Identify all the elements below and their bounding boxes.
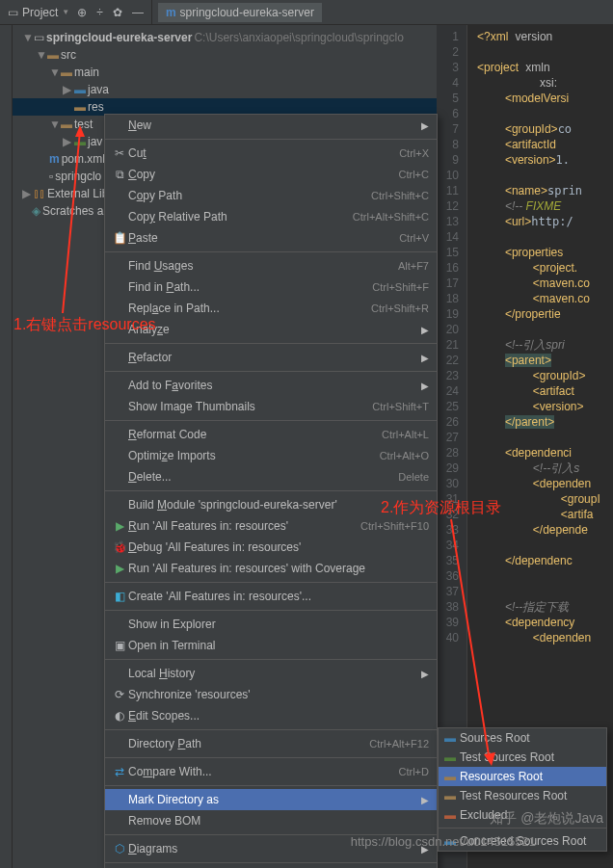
menu-separator	[105, 785, 437, 786]
menu-separator	[105, 343, 437, 344]
menu-separator	[105, 251, 437, 252]
menu-remove-bom[interactable]: Remove BOM	[105, 810, 437, 831]
menu-separator	[439, 828, 606, 829]
menu-synchronize[interactable]: ⟳Synchronize 'resources'	[105, 684, 437, 705]
submenu-generated-sources-root[interactable]: ▬Concreted Sources Root	[439, 831, 606, 851]
menu-separator	[105, 582, 437, 583]
menu-separator	[105, 834, 437, 835]
cut-icon: ✂	[111, 146, 128, 160]
file-icon: ▫	[49, 170, 53, 183]
menu-replace-in-path[interactable]: Replace in Path...Ctrl+Shift+R	[105, 298, 437, 319]
folder-icon: ▬	[444, 731, 456, 745]
tree-label: springcloud-eureka-server	[46, 31, 192, 44]
submenu-sources-root[interactable]: ▬Sources Root	[439, 728, 606, 748]
menu-copy-relative-path[interactable]: Copy Relative PathCtrl+Alt+Shift+C	[105, 206, 437, 227]
submenu-test-resources-root[interactable]: ▬Test Resources Root	[439, 786, 606, 805]
tree-root[interactable]: ▼▭ springcloud-eureka-server C:\Users\an…	[13, 29, 437, 46]
folder-icon: ▬	[444, 834, 456, 848]
menu-find-usages[interactable]: Find UsagesAlt+F7	[105, 255, 437, 276]
menu-copy-path[interactable]: Copy PathCtrl+Shift+C	[105, 185, 437, 206]
tree-main[interactable]: ▼▬ main	[13, 64, 437, 81]
menu-edit-scopes[interactable]: ◐Edit Scopes...	[105, 705, 437, 726]
folder-icon: ▬	[444, 808, 456, 822]
tree-label: External Libr	[47, 187, 112, 200]
menu-separator	[105, 757, 437, 758]
maven-icon: m	[49, 152, 60, 166]
menu-separator	[105, 139, 437, 140]
menu-new[interactable]: New▶	[105, 115, 437, 136]
menu-compare-with[interactable]: ⇄Compare With...Ctrl+D	[105, 761, 437, 782]
tree-path: C:\Users\anxiaopei\springcloud\springclo	[194, 31, 403, 44]
project-icon: ▭	[8, 6, 18, 19]
submenu-excluded[interactable]: ▬Excluded	[439, 805, 606, 825]
editor-tab-label: springcloud-eureka-server	[180, 6, 314, 19]
menu-optimize-imports[interactable]: Optimize ImportsCtrl+Alt+O	[105, 445, 437, 466]
menu-separator	[105, 420, 437, 421]
mark-directory-submenu: ▬Sources Root ▬Test Sources Root ▬Resour…	[438, 727, 607, 852]
menu-build-module[interactable]: Build Module 'springcloud-eureka-server'	[105, 494, 437, 515]
hide-icon[interactable]: —	[132, 6, 144, 19]
menu-local-history[interactable]: Local History▶	[105, 663, 437, 684]
menu-debug[interactable]: 🐞Debug 'All Features in: resources'	[105, 537, 437, 558]
tree-label: src	[61, 48, 76, 62]
folder-icon: ▬	[74, 83, 86, 96]
project-label: Project	[22, 6, 58, 19]
menu-separator	[105, 490, 437, 491]
menu-reformat[interactable]: Reformat CodeCtrl+Alt+L	[105, 424, 437, 445]
context-menu: New▶ ✂CutCtrl+X ⧉CopyCtrl+C Copy PathCtr…	[104, 114, 438, 868]
create-config-icon: ◧	[111, 590, 128, 603]
menu-diagrams[interactable]: ⬡Diagrams▶	[105, 838, 437, 859]
menu-thumbnails[interactable]: Show Image ThumbnailsCtrl+Shift+T	[105, 396, 437, 417]
menu-find-in-path[interactable]: Find in Path...Ctrl+Shift+F	[105, 276, 437, 298]
run-icon: ▶	[111, 519, 128, 533]
tree-label: res	[88, 100, 104, 114]
gear-icon[interactable]: ✿	[113, 6, 122, 19]
folder-icon: ▬	[74, 135, 86, 148]
menu-create-run-config[interactable]: ◧Create 'All Features in: resources'...	[105, 586, 437, 607]
maven-icon: m	[166, 6, 176, 19]
module-icon: ▭	[34, 31, 44, 44]
menu-separator	[105, 659, 437, 660]
left-gutter	[0, 25, 13, 868]
editor-tab-pom[interactable]: m springcloud-eureka-server	[158, 3, 322, 22]
debug-icon: 🐞	[111, 540, 128, 554]
sync-icon: ⟳	[111, 688, 128, 701]
menu-mark-directory-as[interactable]: Mark Directory as▶	[105, 789, 437, 810]
menu-show-explorer[interactable]: Show in Explorer	[105, 614, 437, 635]
tree-src[interactable]: ▼▬ src	[13, 46, 437, 64]
menu-separator	[105, 862, 437, 863]
paste-icon: 📋	[111, 231, 128, 245]
menu-delete[interactable]: Delete...Delete	[105, 466, 437, 487]
menu-separator	[105, 371, 437, 372]
menu-paste[interactable]: 📋PasteCtrl+V	[105, 227, 437, 249]
diagram-icon: ⬡	[111, 842, 128, 855]
tree-label: java	[88, 83, 109, 96]
dropdown-icon: ▼	[62, 8, 69, 16]
menu-analyze[interactable]: Analyze▶	[105, 319, 437, 340]
folder-icon: ▬	[74, 100, 86, 114]
submenu-test-sources-root[interactable]: ▬Test Sources Root	[439, 748, 606, 767]
menu-cut[interactable]: ✂CutCtrl+X	[105, 143, 437, 164]
submenu-resources-root[interactable]: ▬Resources Root	[439, 767, 606, 786]
copy-icon: ⧉	[111, 168, 128, 181]
menu-run[interactable]: ▶Run 'All Features in: resources'Ctrl+Sh…	[105, 515, 437, 537]
menu-refactor[interactable]: Refactor▶	[105, 347, 437, 368]
menu-copy[interactable]: ⧉CopyCtrl+C	[105, 164, 437, 185]
menu-directory-path[interactable]: Directory PathCtrl+Alt+F12	[105, 733, 437, 754]
project-tool-tab[interactable]: ▭ Project ▼	[0, 6, 77, 19]
tree-java[interactable]: ▶▬ java	[13, 81, 437, 98]
folder-icon: ▬	[444, 789, 456, 802]
lib-icon: ⫿⫿	[34, 187, 45, 200]
editor-tabs: m springcloud-eureka-server	[151, 0, 613, 24]
menu-open-terminal[interactable]: ▣Open in Terminal	[105, 635, 437, 656]
collapse-icon[interactable]: ÷	[96, 6, 103, 19]
target-icon[interactable]: ⊕	[77, 6, 87, 19]
menu-favorites[interactable]: Add to Favorites▶	[105, 375, 437, 396]
folder-icon: ▬	[61, 118, 72, 131]
folder-icon: ▬	[444, 750, 456, 764]
tree-label: test	[74, 118, 93, 131]
tree-label: Scratches an	[42, 204, 110, 218]
scopes-icon: ◐	[111, 709, 128, 723]
menu-coverage[interactable]: ▶Run 'All Features in: resources' with C…	[105, 558, 437, 579]
tree-label: jav	[88, 135, 102, 148]
